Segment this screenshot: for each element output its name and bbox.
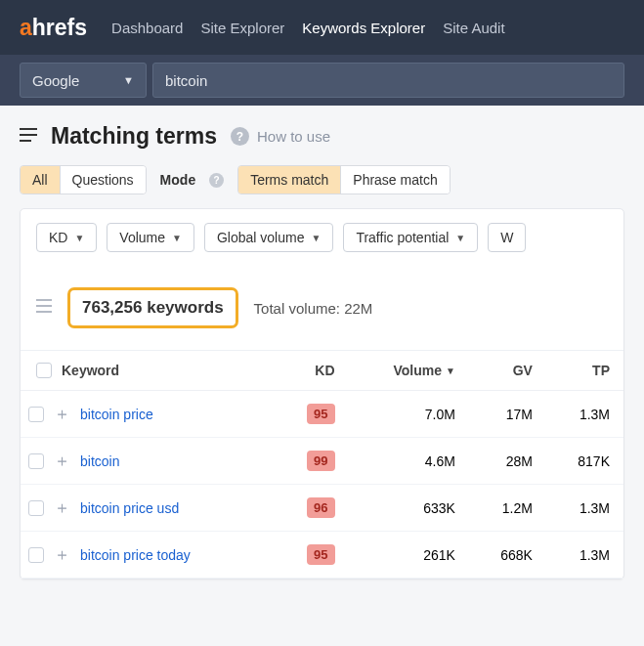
cell-volume: 261K (349, 532, 469, 579)
cell-kd: 99 (278, 438, 349, 485)
summary-row: 763,256 keywords Total volume: 22M (21, 266, 623, 350)
logo-rest: hrefs (32, 15, 87, 40)
keyword-count: 763,256 keywords (67, 287, 238, 328)
cell-gv: 668K (469, 532, 546, 579)
cell-gv: 17M (469, 391, 546, 438)
filter-label: W (500, 230, 513, 245)
kd-badge: 99 (307, 451, 334, 471)
keyword-link[interactable]: bitcoin price (80, 407, 153, 422)
total-volume: Total volume: 22M (254, 300, 373, 317)
report-header: Matching terms ? How to use (0, 106, 644, 165)
nav-items: Dashboard Site Explorer Keywords Explore… (111, 20, 505, 36)
cell-tp: 1.3M (546, 485, 623, 532)
keyword-link[interactable]: bitcoin (80, 453, 119, 469)
cell-gv: 28M (469, 438, 546, 485)
expand-icon[interactable]: ＋ (54, 403, 70, 425)
cell-volume: 633K (349, 485, 469, 532)
results-table: Keyword KD Volume ▼ GV TP ＋bitcoin price… (21, 350, 623, 579)
cell-kd: 95 (278, 391, 349, 438)
cell-tp: 1.3M (546, 532, 623, 579)
engine-dropdown[interactable]: Google ▼ (20, 63, 147, 98)
top-nav: ahrefs Dashboard Site Explorer Keywords … (0, 0, 644, 55)
col-tp[interactable]: TP (546, 351, 623, 391)
nav-site-explorer[interactable]: Site Explorer (200, 20, 284, 36)
row-checkbox[interactable] (28, 453, 44, 469)
page-title: Matching terms (51, 123, 217, 150)
select-all-checkbox[interactable] (36, 363, 52, 378)
row-checkbox[interactable] (28, 500, 44, 516)
logo-accent: a (20, 15, 32, 40)
tab-all[interactable]: All (21, 166, 60, 194)
nav-dashboard[interactable]: Dashboard (111, 20, 183, 36)
search-input[interactable] (152, 63, 624, 98)
filter-cutoff[interactable]: W (488, 223, 526, 252)
cell-kd: 95 (278, 532, 349, 579)
nav-keywords-explorer[interactable]: Keywords Explorer (302, 20, 425, 36)
mode-label: Mode (160, 172, 196, 188)
sort-desc-icon: ▼ (446, 366, 455, 376)
cell-kd: 96 (278, 485, 349, 532)
kd-badge: 95 (307, 544, 334, 565)
cell-volume: 7.0M (349, 391, 469, 438)
table-row: ＋bitcoin994.6M28M817K (21, 438, 623, 485)
search-bar: Google ▼ (0, 55, 644, 106)
kd-badge: 96 (307, 497, 334, 518)
filter-kd[interactable]: KD▼ (36, 223, 97, 252)
grip-icon[interactable] (36, 299, 52, 317)
logo[interactable]: ahrefs (20, 15, 87, 41)
filter-label: KD (49, 230, 67, 245)
col-volume-label: Volume (394, 363, 443, 378)
engine-label: Google (32, 72, 79, 89)
row-checkbox[interactable] (28, 407, 44, 422)
help-link[interactable]: How to use (257, 128, 330, 145)
col-volume[interactable]: Volume ▼ (349, 351, 469, 391)
chevron-down-icon: ▼ (172, 233, 182, 243)
filter-global-volume[interactable]: Global volume▼ (204, 223, 333, 252)
cell-volume: 4.6M (349, 438, 469, 485)
tab-terms-match[interactable]: Terms match (238, 166, 340, 194)
chevron-down-icon: ▼ (123, 74, 134, 86)
nav-site-audit[interactable]: Site Audit (443, 20, 504, 36)
col-kd[interactable]: KD (278, 351, 349, 391)
mode-help-icon[interactable]: ? (209, 173, 224, 188)
cell-tp: 1.3M (546, 391, 623, 438)
controls-row: All Questions Mode ? Terms match Phrase … (0, 165, 644, 208)
col-gv[interactable]: GV (469, 351, 546, 391)
filter-label: Traffic potential (356, 230, 449, 245)
col-keyword-label: Keyword (62, 363, 119, 378)
mode-tabs: Terms match Phrase match (237, 165, 451, 194)
col-keyword[interactable]: Keyword (21, 351, 278, 391)
tab-phrase-match[interactable]: Phrase match (340, 166, 449, 194)
cell-tp: 817K (546, 438, 623, 485)
results-card: KD▼ Volume▼ Global volume▼ Traffic poten… (20, 208, 624, 580)
filters-row: KD▼ Volume▼ Global volume▼ Traffic poten… (21, 209, 623, 266)
table-row: ＋bitcoin price957.0M17M1.3M (21, 391, 623, 438)
cell-gv: 1.2M (469, 485, 546, 532)
filter-traffic-potential[interactable]: Traffic potential▼ (343, 223, 478, 252)
help-icon[interactable]: ? (231, 127, 249, 146)
type-tabs: All Questions (20, 165, 147, 194)
kd-badge: 95 (307, 404, 334, 424)
table-row: ＋bitcoin price today95261K668K1.3M (21, 532, 623, 579)
menu-icon[interactable] (20, 126, 37, 147)
expand-icon[interactable]: ＋ (54, 496, 70, 519)
chevron-down-icon: ▼ (74, 233, 84, 243)
filter-volume[interactable]: Volume▼ (107, 223, 194, 252)
filter-label: Volume (119, 230, 165, 245)
filter-label: Global volume (217, 230, 305, 245)
row-checkbox[interactable] (28, 547, 44, 563)
table-row: ＋bitcoin price usd96633K1.2M1.3M (21, 485, 623, 532)
expand-icon[interactable]: ＋ (54, 543, 70, 566)
keyword-link[interactable]: bitcoin price today (80, 547, 191, 563)
chevron-down-icon: ▼ (455, 233, 465, 243)
tab-questions[interactable]: Questions (60, 166, 146, 194)
chevron-down-icon: ▼ (311, 233, 321, 243)
expand-icon[interactable]: ＋ (54, 450, 70, 472)
keyword-link[interactable]: bitcoin price usd (80, 500, 179, 516)
